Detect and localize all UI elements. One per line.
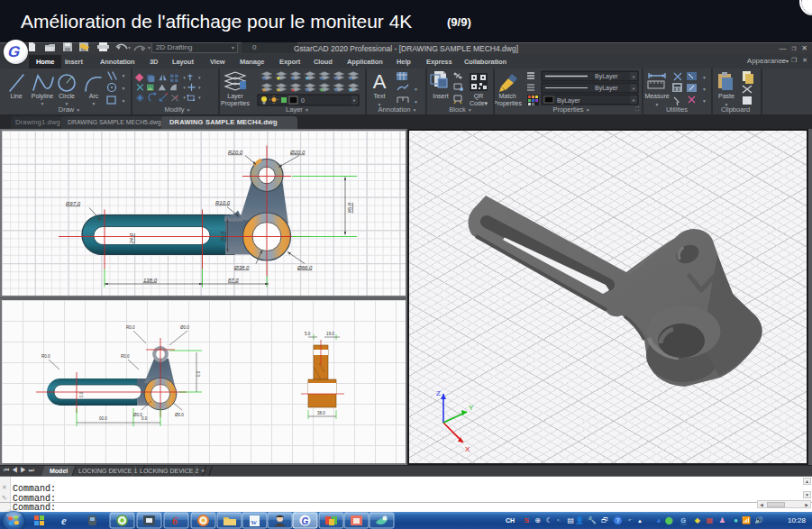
svg-text:Polyline: Polyline bbox=[32, 93, 54, 100]
svg-text:▼: ▼ bbox=[414, 99, 418, 105]
svg-text:Line: Line bbox=[10, 93, 22, 99]
svg-text:Match: Match bbox=[498, 93, 515, 99]
svg-text:⛶: ⛶ bbox=[635, 106, 639, 112]
svg-text:▼: ▼ bbox=[632, 87, 635, 91]
svg-text:Layer: Layer bbox=[227, 93, 243, 100]
svg-text:▼: ▼ bbox=[197, 96, 201, 100]
svg-text:▼: ▼ bbox=[702, 98, 707, 104]
svg-text:24.0: 24.0 bbox=[129, 233, 134, 244]
svg-text:▼: ▼ bbox=[41, 101, 45, 106]
svg-text:Circle: Circle bbox=[59, 93, 75, 99]
svg-text:38.0: 38.0 bbox=[317, 411, 325, 415]
svg-text:▼: ▼ bbox=[182, 76, 186, 80]
svg-text:e: e bbox=[61, 514, 67, 527]
svg-text:0.0: 0.0 bbox=[196, 370, 201, 377]
svg-text:R0.0: R0.0 bbox=[41, 354, 50, 359]
svg-text:Arc: Arc bbox=[89, 93, 99, 99]
svg-text:87.0: 87.0 bbox=[228, 278, 239, 283]
svg-text:Insert: Insert bbox=[433, 93, 449, 99]
svg-text:Paste: Paste bbox=[718, 93, 734, 99]
svg-text:R0.0: R0.0 bbox=[121, 354, 130, 359]
svg-text:▼: ▼ bbox=[197, 76, 201, 80]
svg-text:▼: ▼ bbox=[92, 101, 96, 106]
svg-text:QR: QR bbox=[474, 93, 484, 100]
svg-text:Ø0.0: Ø0.0 bbox=[180, 325, 189, 330]
svg-text:Z: Z bbox=[436, 389, 441, 397]
svg-text:95.0: 95.0 bbox=[347, 202, 352, 213]
svg-text:▼: ▼ bbox=[414, 87, 418, 92]
svg-text:Ø0.0: Ø0.0 bbox=[175, 413, 184, 417]
svg-text:▼: ▼ bbox=[632, 98, 635, 103]
svg-text:Code▾: Code▾ bbox=[470, 100, 488, 106]
svg-text:Properties: Properties bbox=[221, 100, 250, 107]
svg-text:00.0: 00.0 bbox=[99, 416, 107, 421]
svg-text:Y: Y bbox=[469, 404, 474, 412]
svg-text:0.0: 0.0 bbox=[141, 416, 148, 421]
svg-text:▼: ▼ bbox=[182, 96, 186, 100]
svg-text:Ø66.0: Ø66.0 bbox=[297, 265, 313, 270]
svg-text:0: 0 bbox=[301, 97, 305, 104]
svg-text:Ø20.0: Ø20.0 bbox=[289, 150, 306, 155]
svg-text:R10.0: R10.0 bbox=[215, 200, 231, 205]
svg-text:ByLayer: ByLayer bbox=[595, 73, 618, 80]
svg-text:36.0: 36.0 bbox=[220, 231, 225, 242]
svg-text:▼: ▼ bbox=[122, 86, 126, 91]
svg-text:138.0: 138.0 bbox=[143, 278, 158, 283]
svg-text:w: w bbox=[251, 517, 258, 526]
svg-text:Measure: Measure bbox=[644, 93, 669, 99]
svg-text:▼: ▼ bbox=[632, 75, 635, 79]
svg-text:Ø38.0: Ø38.0 bbox=[233, 265, 250, 270]
svg-text:▼: ▼ bbox=[702, 87, 707, 92]
svg-text:R0.0: R0.0 bbox=[126, 325, 135, 330]
svg-text:5.0: 5.0 bbox=[305, 332, 311, 336]
svg-text:▼: ▼ bbox=[655, 102, 660, 107]
svg-text:X: X bbox=[465, 445, 470, 453]
svg-text:Properties: Properties bbox=[493, 100, 522, 107]
svg-text:0.0: 0.0 bbox=[79, 391, 84, 397]
svg-text:G: G bbox=[302, 516, 309, 526]
svg-text:▼: ▼ bbox=[122, 98, 126, 104]
svg-text:R20.0: R20.0 bbox=[228, 150, 243, 155]
svg-text:R97.0: R97.0 bbox=[66, 201, 81, 206]
svg-text:6: 6 bbox=[172, 515, 178, 527]
svg-text:▼: ▼ bbox=[182, 86, 186, 90]
svg-text:ByLayer: ByLayer bbox=[557, 97, 580, 105]
svg-text:▼: ▼ bbox=[352, 98, 356, 103]
svg-text:▼: ▼ bbox=[197, 86, 201, 90]
svg-text:▼: ▼ bbox=[122, 73, 126, 78]
svg-text:▼: ▼ bbox=[702, 75, 707, 80]
svg-text:ByLayer: ByLayer bbox=[595, 85, 618, 92]
svg-text:19.0: 19.0 bbox=[326, 332, 334, 336]
svg-text:Text: Text bbox=[374, 93, 386, 99]
svg-text:A: A bbox=[373, 70, 387, 93]
